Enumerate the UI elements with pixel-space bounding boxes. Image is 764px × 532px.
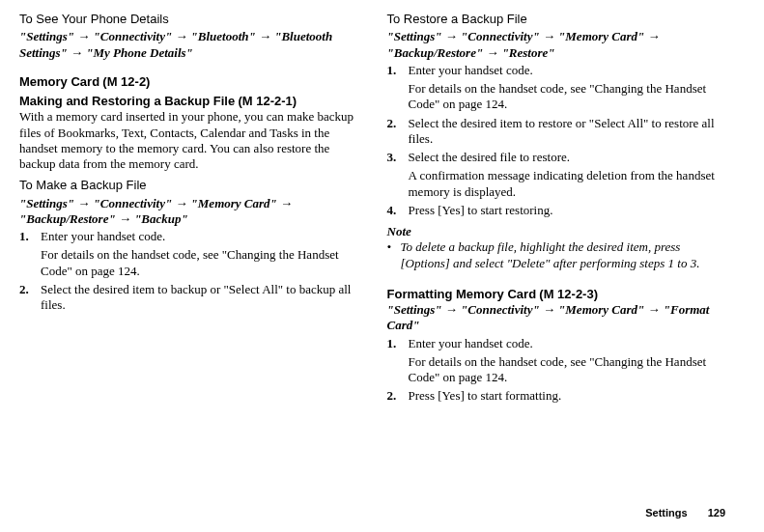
- step-number: 2.: [387, 116, 409, 148]
- menu-code-12-2: (M 12-2): [102, 74, 150, 89]
- steps-backup: 1. Enter your handset code. For details …: [19, 229, 358, 313]
- arrow-icon: →: [77, 196, 90, 210]
- step-item: 1. Enter your handset code. For details …: [387, 336, 726, 386]
- step-number: 1.: [19, 229, 41, 279]
- arrow-icon: →: [259, 29, 271, 43]
- path-seg: "My Phone Details": [86, 45, 193, 60]
- step-number: 2.: [19, 282, 41, 314]
- path-seg: "Restore": [502, 45, 555, 60]
- step-item: 1. Enter your handset code. For details …: [387, 63, 726, 113]
- step-number: 1.: [387, 63, 409, 113]
- step-item: 2. Select the desired item to backup or …: [19, 282, 358, 314]
- path-seg: "Settings": [387, 302, 442, 317]
- step-item: 2. Press [Yes] to start formatting.: [387, 388, 726, 404]
- arrow-icon: →: [71, 45, 83, 60]
- page-footer: Settings 129: [645, 507, 725, 520]
- step-main: Enter your handset code.: [409, 63, 533, 77]
- arrow-icon: →: [648, 29, 661, 43]
- step-main: Enter your handset code.: [409, 336, 533, 350]
- path-seg: "Settings": [19, 196, 74, 210]
- step-number: 2.: [387, 388, 409, 404]
- heading-making-restoring: Making and Restoring a Backup File: [19, 94, 235, 109]
- step-main: Select the desired file to restore.: [409, 150, 571, 164]
- step-sub: A confirmation message indicating deleti…: [409, 168, 726, 200]
- step-number: 4.: [387, 203, 409, 218]
- steps-format: 1. Enter your handset code. For details …: [387, 336, 726, 405]
- path-seg: "Backup": [134, 211, 188, 226]
- path-seg: "Settings": [387, 29, 442, 43]
- heading-make-backup: To Make a Backup File: [19, 178, 358, 193]
- step-text: Select the desired file to restore. A co…: [409, 150, 726, 200]
- step-text: Select the desired item to backup or "Se…: [41, 282, 358, 314]
- note-label: Note: [387, 224, 726, 239]
- step-item: 4. Press [Yes] to start restoring.: [387, 203, 726, 218]
- step-number: 3.: [387, 150, 409, 200]
- step-text: Enter your handset code. For details on …: [409, 336, 726, 386]
- heading-phone-details: To See Your Phone Details: [19, 12, 358, 27]
- left-column: To See Your Phone Details "Settings" → "…: [19, 10, 358, 407]
- menu-code-12-2-3: (M 12-2-3): [539, 287, 598, 301]
- path-seg: "Connectivity": [94, 29, 173, 43]
- step-text: Enter your handset code. For details on …: [409, 63, 726, 113]
- path-seg: "Settings": [19, 29, 74, 43]
- path-seg: "Backup/Restore": [387, 45, 484, 60]
- menu-code-12-2-1: (M 12-2-1): [238, 94, 297, 109]
- arrow-icon: →: [77, 29, 90, 43]
- paragraph-mkrestore: With a memory card inserted in your phon…: [19, 109, 358, 172]
- path-seg: "Connectivity": [461, 302, 540, 317]
- step-number: 1.: [387, 336, 409, 386]
- footer-section-label: Settings: [645, 507, 687, 518]
- step-text: Press [Yes] to start formatting.: [409, 388, 726, 404]
- right-column: To Restore a Backup File "Settings" → "C…: [387, 10, 726, 407]
- steps-restore: 1. Enter your handset code. For details …: [387, 63, 726, 218]
- heading-memory-card: Memory Card: [19, 74, 99, 90]
- nav-path-phone-details: "Settings" → "Connectivity" → "Bluetooth…: [19, 29, 358, 61]
- path-seg: "Connectivity": [94, 196, 173, 210]
- step-main: Enter your handset code.: [41, 229, 165, 243]
- arrow-icon: →: [543, 302, 555, 317]
- arrow-icon: →: [648, 302, 661, 317]
- nav-path-format: "Settings" → "Connectivity" → "Memory Ca…: [387, 302, 726, 334]
- step-sub: For details on the handset code, see "Ch…: [409, 81, 726, 113]
- nav-path-backup: "Settings" → "Connectivity" → "Memory Ca…: [19, 196, 358, 228]
- note-text: To delete a backup file, highlight the d…: [401, 239, 726, 271]
- path-seg: "Memory Card": [558, 302, 644, 317]
- heading-restore-backup: To Restore a Backup File: [387, 12, 726, 27]
- path-seg: "Memory Card": [558, 29, 644, 43]
- step-text: Select the desired item to restore or "S…: [409, 116, 726, 148]
- arrow-icon: →: [119, 211, 131, 226]
- footer-page-number: 129: [708, 507, 725, 518]
- path-seg: "Backup/Restore": [19, 211, 116, 226]
- path-seg: "Memory Card": [191, 196, 277, 210]
- arrow-icon: →: [280, 196, 293, 210]
- step-text: Enter your handset code. For details on …: [41, 229, 358, 279]
- step-text: Press [Yes] to start restoring.: [409, 203, 726, 218]
- step-sub: For details on the handset code, see "Ch…: [41, 247, 358, 279]
- arrow-icon: →: [175, 29, 187, 43]
- path-seg: "Connectivity": [461, 29, 540, 43]
- step-item: 2. Select the desired item to restore or…: [387, 116, 726, 148]
- step-item: 1. Enter your handset code. For details …: [19, 229, 358, 279]
- path-seg: "Bluetooth": [191, 29, 256, 43]
- note-item: • To delete a backup file, highlight the…: [387, 239, 726, 271]
- arrow-icon: →: [486, 45, 498, 60]
- arrow-icon: →: [445, 302, 458, 317]
- arrow-icon: →: [175, 196, 187, 210]
- step-item: 3. Select the desired file to restore. A…: [387, 150, 726, 200]
- nav-path-restore: "Settings" → "Connectivity" → "Memory Ca…: [387, 29, 726, 61]
- step-sub: For details on the handset code, see "Ch…: [409, 354, 726, 386]
- arrow-icon: →: [445, 29, 458, 43]
- heading-format-card: Formatting Memory Card: [387, 287, 537, 302]
- arrow-icon: →: [543, 29, 555, 43]
- bullet-icon: •: [387, 239, 401, 271]
